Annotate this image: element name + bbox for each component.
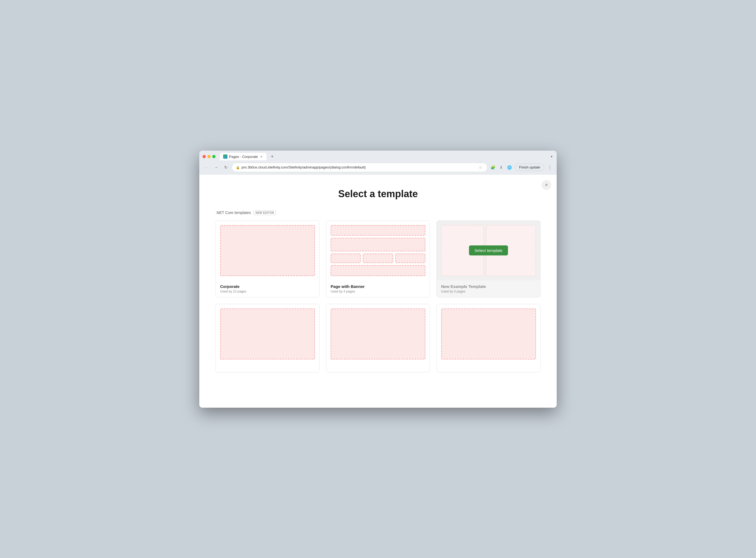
browser-content: × Select a template .NET Core templates … bbox=[199, 175, 557, 408]
template-preview-banner bbox=[326, 221, 430, 280]
template-info-empty-2 bbox=[326, 364, 430, 372]
finish-update-button[interactable]: Finish update bbox=[515, 163, 544, 171]
back-button[interactable]: ← bbox=[203, 163, 210, 171]
traffic-lights bbox=[203, 155, 215, 158]
close-traffic-light[interactable] bbox=[203, 155, 206, 158]
template-card-empty-1[interactable] bbox=[215, 304, 319, 373]
banner-preview-visual bbox=[331, 225, 425, 276]
template-info-empty-3 bbox=[437, 364, 540, 372]
new-tab-button[interactable]: + bbox=[269, 153, 276, 161]
template-preview-empty-3 bbox=[437, 304, 540, 364]
empty-preview-3 bbox=[441, 308, 536, 359]
template-preview-new-example: Select template bbox=[437, 221, 540, 280]
section-label: .NET Core templates NEW EDITOR bbox=[215, 210, 541, 215]
extensions-icon[interactable]: 🧩 bbox=[490, 165, 496, 170]
address-bar-input[interactable]: 🔒 pro.3b0ce.cloud.sitefinity.com/Sitefin… bbox=[232, 163, 487, 172]
section-label-text: .NET Core templates bbox=[215, 210, 251, 215]
empty-preview-2 bbox=[331, 308, 425, 359]
tab-dropdown-icon[interactable]: ▾ bbox=[550, 154, 553, 159]
corporate-preview-visual bbox=[220, 225, 315, 276]
template-info-new-example: New Example Template Used by 0 pages bbox=[437, 280, 540, 297]
toolbar-right: 🧩 ⬇ 🌐 Finish update ⋮ bbox=[490, 163, 553, 171]
browser-window: Pages - Corporate ✕ + ▾ ← → ↻ 🔒 pro.3b0c… bbox=[199, 151, 557, 408]
template-usage-banner: Used by 4 pages bbox=[331, 289, 425, 294]
template-card-banner[interactable]: Page with Banner Used by 4 pages bbox=[326, 221, 430, 298]
template-preview-empty-1 bbox=[216, 304, 319, 364]
template-card-empty-2[interactable] bbox=[326, 304, 430, 373]
template-usage-new-example: Used by 0 pages bbox=[441, 289, 536, 294]
tab-favicon-icon bbox=[223, 154, 228, 159]
reload-button[interactable]: ↻ bbox=[222, 163, 230, 171]
banner-col-2 bbox=[363, 254, 393, 263]
banner-col-1 bbox=[331, 254, 361, 263]
address-text: pro.3b0ce.cloud.sitefinity.com/Sitefinit… bbox=[241, 165, 476, 169]
new-editor-badge: NEW EDITOR bbox=[254, 210, 276, 215]
title-bar: Pages - Corporate ✕ + ▾ ← → ↻ 🔒 pro.3b0c… bbox=[199, 151, 557, 175]
template-preview-empty-2 bbox=[326, 304, 430, 364]
download-icon[interactable]: ⬇ bbox=[498, 165, 504, 170]
template-name-corporate: Corporate bbox=[220, 284, 315, 289]
minimize-traffic-light[interactable] bbox=[207, 155, 211, 158]
template-name-new-example: New Example Template bbox=[441, 284, 536, 289]
tab-title: Pages - Corporate bbox=[229, 155, 258, 159]
more-options-icon[interactable]: ⋮ bbox=[546, 164, 553, 171]
tab-close-button[interactable]: ✕ bbox=[259, 155, 263, 158]
template-card-new-example[interactable]: Select template New Example Template Use… bbox=[437, 221, 541, 298]
template-usage-corporate: Used by 22 pages bbox=[220, 289, 315, 294]
bookmark-icon[interactable]: ☆ bbox=[478, 165, 483, 170]
template-card-corporate[interactable]: Corporate Used by 22 pages bbox=[215, 221, 319, 298]
banner-row-top bbox=[331, 225, 425, 236]
template-info-corporate: Corporate Used by 22 pages bbox=[216, 280, 319, 297]
empty-preview-1 bbox=[220, 308, 315, 359]
address-bar-icons: ☆ bbox=[478, 165, 483, 170]
template-info-banner: Page with Banner Used by 4 pages bbox=[326, 280, 430, 297]
tab-row: Pages - Corporate ✕ + ▾ bbox=[199, 151, 557, 161]
browser-tab[interactable]: Pages - Corporate ✕ bbox=[220, 153, 266, 160]
template-preview-corporate bbox=[216, 221, 319, 280]
banner-col-3 bbox=[395, 254, 425, 263]
address-bar: ← → ↻ 🔒 pro.3b0ce.cloud.sitefinity.com/S… bbox=[199, 161, 557, 175]
lock-icon: 🔒 bbox=[236, 166, 240, 169]
templates-grid: Corporate Used by 22 pages bbox=[215, 221, 541, 373]
banner-row-three bbox=[331, 254, 425, 263]
page-title: Select a template bbox=[215, 188, 541, 200]
banner-row-bottom bbox=[331, 265, 425, 276]
banner-row-middle bbox=[331, 238, 425, 251]
template-name-banner: Page with Banner bbox=[331, 284, 425, 289]
template-card-empty-3[interactable] bbox=[437, 304, 541, 373]
forward-button[interactable]: → bbox=[212, 163, 220, 171]
select-template-button[interactable]: Select template bbox=[469, 246, 508, 255]
template-info-empty-1 bbox=[216, 364, 319, 372]
maximize-traffic-light[interactable] bbox=[212, 155, 215, 158]
account-icon[interactable]: 🌐 bbox=[506, 165, 513, 170]
close-x-icon: × bbox=[545, 183, 548, 187]
close-dialog-button[interactable]: × bbox=[542, 180, 551, 190]
